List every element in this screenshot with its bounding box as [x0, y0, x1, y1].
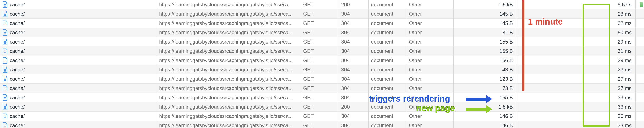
document-icon — [2, 122, 8, 128]
waterfall-cell[interactable] — [636, 102, 644, 112]
url-cell[interactable]: https://learninggatsbycloudssrcachingm.g… — [157, 37, 301, 47]
method-cell: GET — [301, 19, 339, 28]
initiator-cell[interactable]: Other — [407, 56, 453, 65]
initiator-cell[interactable]: Other — [407, 84, 453, 93]
table-row[interactable]: cache/https://learninggatsbycloudssrcach… — [0, 112, 644, 121]
initiator-cell[interactable]: Other — [407, 65, 453, 74]
url-cell[interactable]: https://learninggatsbycloudssrcachingm.g… — [157, 19, 301, 28]
table-row[interactable]: cache/https://learninggatsbycloudssrcach… — [0, 9, 644, 19]
request-name: cache/ — [10, 30, 25, 35]
size-cell: 155 B — [453, 47, 517, 56]
initiator-cell[interactable]: Other — [407, 0, 453, 9]
waterfall-cell[interactable] — [636, 121, 644, 128]
name-cell[interactable]: cache/ — [0, 65, 157, 74]
table-row[interactable]: cache/https://learninggatsbycloudssrcach… — [0, 56, 644, 65]
method-cell: GET — [301, 102, 339, 112]
type-cell: document — [368, 121, 407, 128]
document-icon — [2, 113, 8, 119]
url-cell[interactable]: https://learninggatsbycloudssrcachingm.g… — [157, 56, 301, 65]
name-cell[interactable]: cache/ — [0, 112, 157, 121]
initiator-cell[interactable]: Other — [407, 37, 453, 47]
table-row[interactable]: cache/https://learninggatsbycloudssrcach… — [0, 28, 644, 37]
waterfall-cell[interactable] — [636, 9, 644, 19]
url-cell[interactable]: https://learninggatsbycloudssrcachingm.g… — [157, 74, 301, 84]
name-cell[interactable]: cache/ — [0, 56, 157, 65]
name-cell[interactable]: cache/ — [0, 37, 157, 47]
name-cell[interactable]: cache/ — [0, 84, 157, 93]
method-cell: GET — [301, 121, 339, 128]
request-name: cache/ — [10, 123, 25, 128]
waterfall-cell[interactable] — [636, 56, 644, 65]
status-cell: 304 — [339, 19, 368, 28]
url-cell[interactable]: https://learninggatsbycloudssrcachingm.g… — [157, 121, 301, 128]
url-cell[interactable]: https://learninggatsbycloudssrcachingm.g… — [157, 84, 301, 93]
url-cell[interactable]: https://learninggatsbycloudssrcachingm.g… — [157, 65, 301, 74]
table-row[interactable]: cache/https://learninggatsbycloudssrcach… — [0, 37, 644, 47]
time-cell: 33 ms — [517, 93, 636, 102]
request-name: cache/ — [10, 67, 25, 72]
waterfall-cell[interactable] — [636, 37, 644, 47]
status-cell: 304 — [339, 84, 368, 93]
url-cell[interactable]: https://learninggatsbycloudssrcachingm.g… — [157, 102, 301, 112]
name-cell[interactable]: cache/ — [0, 19, 157, 28]
type-cell: document — [368, 93, 407, 102]
initiator-cell[interactable]: Other — [407, 93, 453, 102]
method-cell: GET — [301, 84, 339, 93]
initiator-cell[interactable]: Other — [407, 28, 453, 37]
status-cell: 304 — [339, 112, 368, 121]
initiator-cell[interactable]: Other — [407, 47, 453, 56]
table-row[interactable]: cache/https://learninggatsbycloudssrcach… — [0, 84, 644, 93]
url-cell[interactable]: https://learninggatsbycloudssrcachingm.g… — [157, 9, 301, 19]
type-cell: document — [368, 84, 407, 93]
waterfall-cell[interactable] — [636, 19, 644, 28]
table-row[interactable]: cache/https://learninggatsbycloudssrcach… — [0, 102, 644, 112]
url-cell[interactable]: https://learninggatsbycloudssrcachingm.g… — [157, 93, 301, 102]
initiator-cell[interactable]: Other — [407, 19, 453, 28]
waterfall-cell[interactable] — [636, 84, 644, 93]
waterfall-cell[interactable] — [636, 112, 644, 121]
time-cell: 25 ms — [517, 112, 636, 121]
initiator-cell[interactable]: Other — [407, 9, 453, 19]
name-cell[interactable]: cache/ — [0, 28, 157, 37]
waterfall-cell[interactable] — [636, 74, 644, 84]
table-row[interactable]: cache/https://learninggatsbycloudssrcach… — [0, 19, 644, 28]
status-cell: 304 — [339, 121, 368, 128]
name-cell[interactable]: cache/ — [0, 47, 157, 56]
status-cell: 304 — [339, 56, 368, 65]
network-panel: cache/https://learninggatsbycloudssrcach… — [0, 0, 644, 128]
waterfall-cell[interactable] — [636, 28, 644, 37]
waterfall-cell[interactable] — [636, 0, 644, 9]
document-icon — [2, 76, 8, 82]
url-cell[interactable]: https://learninggatsbycloudssrcachingm.g… — [157, 0, 301, 9]
document-icon — [2, 57, 8, 64]
name-cell[interactable]: cache/ — [0, 0, 157, 9]
size-cell: 146 B — [453, 112, 517, 121]
url-cell[interactable]: https://learninggatsbycloudssrcachingm.g… — [157, 28, 301, 37]
initiator-cell[interactable]: Other — [407, 102, 453, 112]
table-row[interactable]: cache/https://learninggatsbycloudssrcach… — [0, 0, 644, 9]
table-row[interactable]: cache/https://learninggatsbycloudssrcach… — [0, 47, 644, 56]
name-cell[interactable]: cache/ — [0, 102, 157, 112]
type-cell: document — [368, 28, 407, 37]
table-row[interactable]: cache/https://learninggatsbycloudssrcach… — [0, 74, 644, 84]
name-cell[interactable]: cache/ — [0, 93, 157, 102]
name-cell[interactable]: cache/ — [0, 9, 157, 19]
initiator-cell[interactable]: Other — [407, 112, 453, 121]
table-row[interactable]: cache/https://learninggatsbycloudssrcach… — [0, 65, 644, 74]
waterfall-cell[interactable] — [636, 65, 644, 74]
waterfall-cell[interactable] — [636, 47, 644, 56]
url-cell[interactable]: https://learninggatsbycloudssrcachingm.g… — [157, 112, 301, 121]
name-cell[interactable]: cache/ — [0, 74, 157, 84]
time-cell: 29 ms — [517, 56, 636, 65]
url-cell[interactable]: https://learninggatsbycloudssrcachingm.g… — [157, 47, 301, 56]
request-name: cache/ — [10, 58, 25, 63]
name-cell[interactable]: cache/ — [0, 121, 157, 128]
time-cell: 5.57 s — [517, 0, 636, 9]
table-row[interactable]: cache/https://learninggatsbycloudssrcach… — [0, 121, 644, 128]
initiator-cell[interactable]: Other — [407, 121, 453, 128]
status-cell: 304 — [339, 47, 368, 56]
time-cell: 33 ms — [517, 121, 636, 128]
initiator-cell[interactable]: Other — [407, 74, 453, 84]
table-row[interactable]: cache/https://learninggatsbycloudssrcach… — [0, 93, 644, 102]
waterfall-cell[interactable] — [636, 93, 644, 102]
